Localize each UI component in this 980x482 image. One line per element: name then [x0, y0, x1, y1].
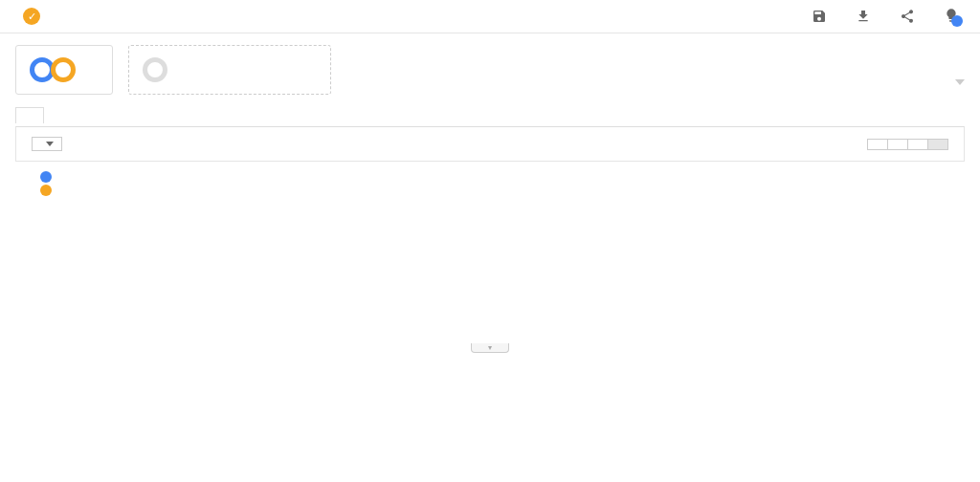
legend-swatch-orange [40, 185, 52, 196]
add-segment-icon [143, 57, 167, 82]
share-button[interactable] [900, 9, 921, 24]
chart-drag-handle[interactable]: ▾ [471, 343, 509, 353]
metric-selector[interactable] [32, 137, 62, 151]
save-icon [812, 9, 827, 24]
add-segment-button[interactable] [128, 45, 331, 95]
grain-month[interactable] [927, 140, 947, 149]
segment-icon [30, 57, 76, 82]
grain-day[interactable] [887, 140, 907, 149]
granularity-toggle [867, 139, 948, 150]
intel-count-badge [951, 15, 963, 27]
export-button[interactable] [856, 9, 877, 24]
verified-badge-icon: ✓ [23, 8, 40, 25]
main-chart [31, 202, 965, 345]
legend-swatch-blue [40, 171, 52, 183]
grain-week[interactable] [907, 140, 927, 149]
share-icon [900, 9, 915, 24]
grain-hourly[interactable] [868, 140, 887, 149]
intelligence-icon [944, 8, 959, 25]
segment-all-users[interactable] [15, 45, 113, 95]
tab-overview[interactable] [15, 107, 44, 123]
export-icon [856, 9, 871, 24]
save-button[interactable] [812, 9, 833, 24]
intelligence-button[interactable] [944, 8, 965, 25]
